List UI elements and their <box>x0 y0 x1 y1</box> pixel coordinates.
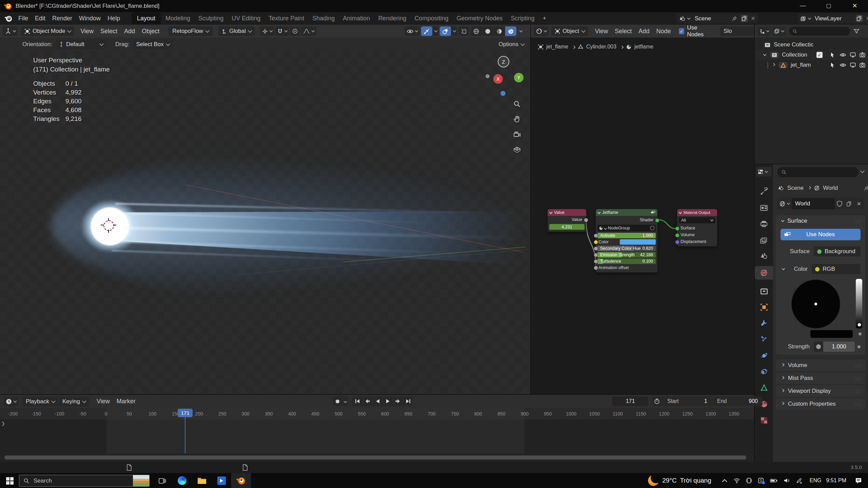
workspace-tab-compositing[interactable]: Compositing <box>411 14 452 23</box>
timeline-tracks[interactable]: ❯ <box>0 420 754 453</box>
properties-options-dropdown[interactable] <box>860 169 865 173</box>
camera-view-icon[interactable] <box>513 130 521 139</box>
outliner-search-box[interactable] <box>789 27 850 36</box>
remove-layer-icon[interactable]: ✕ <box>866 15 868 22</box>
tab-output[interactable] <box>760 220 768 228</box>
jet-flame-render-icon[interactable] <box>859 62 866 68</box>
collection-render-icon[interactable] <box>859 52 866 58</box>
tab-object[interactable] <box>760 303 768 311</box>
timeline-ruler[interactable]: -200-150-100-500501001502002503003504004… <box>0 408 754 420</box>
scene-selector[interactable]: Scene ✕ <box>676 14 758 23</box>
workspace-tab-rendering[interactable]: Rendering <box>375 14 410 23</box>
weather-condition[interactable]: Trời quang <box>680 477 711 484</box>
frame-end-field[interactable]: End900 <box>712 396 763 406</box>
collapsed-panel-row[interactable]: Mist Pass :::: <box>776 372 865 384</box>
timeline-scrollbar[interactable] <box>4 455 746 460</box>
tab-tool[interactable] <box>760 187 768 196</box>
collapsed-panel-row[interactable]: Volume :::: <box>776 360 865 371</box>
play-button[interactable] <box>383 396 393 406</box>
menu-window[interactable]: Window <box>76 14 104 23</box>
properties-search-box[interactable] <box>777 167 859 177</box>
outliner-row-jet-flame[interactable]: │ jet_flam <box>755 60 868 70</box>
color-input-socket[interactable] <box>594 240 598 244</box>
menu-render[interactable]: Render <box>49 14 76 23</box>
workspace-tab-layout[interactable]: Layout <box>132 13 161 24</box>
falloff-curve-button[interactable] <box>301 26 316 36</box>
scene-collection-label[interactable]: Scene Collectic <box>774 41 813 48</box>
navigation-gizmo[interactable]: Z X Y <box>480 53 527 100</box>
playback-menu[interactable]: Playback <box>22 397 58 406</box>
color-value-slider[interactable] <box>856 279 862 328</box>
outliner-row-collection[interactable]: Collection ✓ <box>755 50 868 60</box>
use-nodes-button[interactable]: Use Nodes <box>781 229 861 240</box>
viewport-menu-view[interactable]: View <box>77 26 97 36</box>
collection-expand-icon[interactable] <box>763 53 767 56</box>
volume-input-socket[interactable] <box>675 233 679 238</box>
displacement-input-socket[interactable] <box>675 240 679 244</box>
workspace-tab-sculpting[interactable]: Sculpting <box>195 14 227 23</box>
pin-icon[interactable] <box>731 16 737 22</box>
timeline-menu-view[interactable]: View <box>93 396 113 406</box>
activate-input-socket[interactable] <box>594 233 598 238</box>
strength-field[interactable]: 1.000 <box>823 342 855 352</box>
outliner-type-button[interactable] <box>757 27 771 36</box>
weather-temp[interactable]: 29°C <box>662 477 676 484</box>
menu-help[interactable]: Help <box>104 14 123 23</box>
current-frame-field[interactable]: 171 <box>612 396 648 406</box>
blender-menu-icon[interactable] <box>5 15 13 22</box>
shading-material-button[interactable] <box>494 26 505 36</box>
tray-battery-icon[interactable] <box>770 479 777 483</box>
tab-view-layer[interactable] <box>760 236 768 244</box>
viewport-menu-select[interactable]: Select <box>97 26 121 36</box>
keying-menu[interactable]: Keying <box>59 397 89 406</box>
frame-start-field[interactable]: Start1 <box>663 396 712 406</box>
outliner-display-mode-button[interactable] <box>772 27 786 36</box>
collection-select-icon[interactable] <box>829 52 835 58</box>
show-overlays-toggle[interactable] <box>440 26 451 36</box>
shader-type-dropdown[interactable]: Object <box>551 26 588 36</box>
playhead-frame-badge[interactable]: 171 <box>178 409 193 417</box>
panel-grip[interactable]: :::: <box>855 219 861 224</box>
world-name-field[interactable]: World <box>792 198 835 209</box>
tray-language[interactable]: ENG <box>810 477 822 484</box>
minimize-button[interactable]: — <box>790 0 816 12</box>
drag-dropdown[interactable]: Select Box <box>133 40 173 49</box>
taskbar-app-blender-active[interactable] <box>231 473 251 488</box>
breadcrumb-scene[interactable]: Scene <box>787 185 804 191</box>
retopoflow-dropdown[interactable]: RetopoFlow <box>168 26 213 36</box>
task-view-button[interactable] <box>159 477 166 485</box>
jet-flame-label[interactable]: jet_flam <box>791 62 811 68</box>
collapsed-panel-row[interactable]: Custom Properties :::: <box>776 398 865 410</box>
pin-icon[interactable] <box>863 185 868 191</box>
shader-editor-type-button[interactable] <box>534 26 549 36</box>
collapsed-panel-row[interactable]: Viewport Display :::: <box>776 385 865 397</box>
turbulence-input-socket[interactable] <box>594 259 598 264</box>
secondary-hue-input-socket[interactable] <box>594 246 598 251</box>
search-daily-image[interactable] <box>133 475 149 486</box>
animation-offset-input-socket[interactable] <box>594 266 598 270</box>
pivot-point-button[interactable] <box>260 26 274 36</box>
properties-editor-type-button[interactable] <box>756 167 772 177</box>
object-visibility-button[interactable] <box>405 26 420 36</box>
value-number-field[interactable]: 4.231 <box>549 224 585 230</box>
strength-animate-dot[interactable] <box>857 345 861 348</box>
emission-strength-input-socket[interactable] <box>594 253 598 257</box>
taskbar-app-movies[interactable] <box>212 473 231 488</box>
taskbar-app-edge[interactable] <box>172 473 192 488</box>
tab-render[interactable] <box>760 204 768 212</box>
collection-checkbox[interactable]: ✓ <box>816 52 823 58</box>
show-gizmo-dropdown[interactable] <box>433 26 438 36</box>
use-preview-range-button[interactable] <box>652 396 662 406</box>
slot-dropdown[interactable]: Slo <box>720 26 754 36</box>
color-value-button[interactable]: RGB <box>812 264 861 274</box>
maximize-button[interactable]: ▢ <box>816 0 842 12</box>
add-workspace-button[interactable]: + <box>539 14 550 23</box>
use-nodes-checkbox[interactable]: ✓ Use Nodes <box>679 25 712 38</box>
color-wheel[interactable] <box>791 280 840 328</box>
proportional-editing-button[interactable] <box>290 26 300 36</box>
action-center-icon[interactable] <box>855 477 862 484</box>
channel-expand-arrow[interactable]: ❯ <box>1 421 5 426</box>
color-animate-dot[interactable] <box>859 332 862 336</box>
snap-magnet-button[interactable] <box>275 26 289 36</box>
shader-menu-select[interactable]: Select <box>611 26 635 36</box>
